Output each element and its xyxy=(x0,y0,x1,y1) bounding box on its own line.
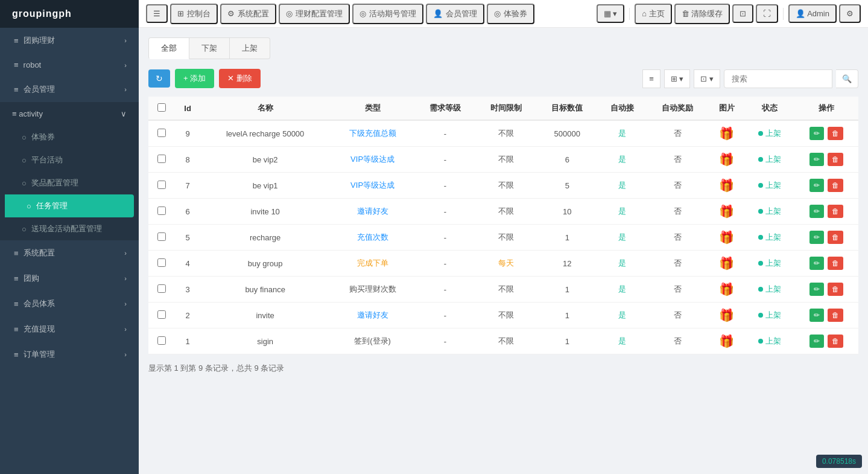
cell-type[interactable]: 邀请好友 xyxy=(331,303,415,328)
tab-online[interactable]: 上架 xyxy=(230,37,270,59)
row-delete-button[interactable]: 🗑 xyxy=(828,283,843,296)
sidebar-sub-pingtai-huodong[interactable]: ○ 平台活动 xyxy=(0,149,139,171)
row-checkbox[interactable] xyxy=(157,155,166,163)
row-checkbox[interactable] xyxy=(157,129,166,137)
nav-home-button[interactable]: ⌂ 主页 xyxy=(635,4,671,24)
sidebar-item-huiyuan[interactable]: ≡ 会员管理 › xyxy=(0,77,139,102)
nav-licai-peizhi[interactable]: ◎ 理财配置管理 xyxy=(279,4,350,24)
view-list-button[interactable]: ≡ xyxy=(642,69,661,88)
sidebar-item-tuangou-licai[interactable]: ≡ 团购理财 › xyxy=(0,28,139,53)
cell-type[interactable]: 签到(登录) xyxy=(331,328,415,354)
nav-more-button[interactable]: ▦ ▾ xyxy=(597,4,625,23)
nav-admin-button[interactable]: 👤 Admin xyxy=(788,4,837,23)
nav-clear-cache-button[interactable]: 🗑 清除缓存 xyxy=(674,4,730,24)
nav-tiyan-quan[interactable]: ◎ 体验券 xyxy=(487,4,534,24)
toolbar: ↻ + 添加 ✕ 删除 ≡ ⊞ ▾ ⊡ ▾ 🔍 xyxy=(148,69,858,88)
nav-kongzhitai[interactable]: ⊞ 控制台 xyxy=(170,4,218,24)
sidebar-section-activity: ≡ activity ∨ ○ 体验券 ○ 平台活动 ○ 奖品配置管理 ○ 任务管… xyxy=(0,102,139,240)
nav-icon1-button[interactable]: ⊡ xyxy=(732,4,753,23)
row-delete-button[interactable]: 🗑 xyxy=(828,309,843,322)
edit-button[interactable]: ✏ xyxy=(809,205,824,218)
row-checkbox[interactable] xyxy=(157,232,166,241)
cell-checkbox[interactable] xyxy=(148,199,176,225)
edit-button[interactable]: ✏ xyxy=(809,179,824,192)
cell-type[interactable]: 邀请好友 xyxy=(331,199,415,225)
row-checkbox[interactable] xyxy=(157,336,166,345)
sidebar-item-activity[interactable]: ≡ activity ∨ xyxy=(0,102,139,126)
search-button[interactable]: 🔍 xyxy=(836,69,858,88)
cell-actions: ✏ 🗑 xyxy=(794,120,858,147)
edit-button[interactable]: ✏ xyxy=(809,231,824,244)
edit-button[interactable]: ✏ xyxy=(809,127,824,140)
filter-button[interactable]: ⊡ ▾ xyxy=(694,69,720,88)
table-row: 4 buy group 完成下单 - 每天 12 是 否 🎁 上架 ✏ 🗑 xyxy=(148,251,858,277)
cell-id: 2 xyxy=(176,303,200,328)
row-delete-button[interactable]: 🗑 xyxy=(828,231,843,244)
sidebar-item-tuangou[interactable]: ≡ 团购 › xyxy=(0,266,139,291)
cell-checkbox[interactable] xyxy=(148,251,176,277)
search-input[interactable] xyxy=(724,69,832,88)
row-delete-button[interactable]: 🗑 xyxy=(828,179,843,192)
row-delete-button[interactable]: 🗑 xyxy=(828,153,843,166)
cell-checkbox[interactable] xyxy=(148,328,176,354)
cell-actions: ✏ 🗑 xyxy=(794,277,858,303)
menu-toggle-button[interactable]: ☰ xyxy=(146,4,168,23)
sidebar-sub-jiangpin-peizhi[interactable]: ○ 奖品配置管理 xyxy=(0,171,139,194)
sidebar-sub-tiyan-quan[interactable]: ○ 体验券 xyxy=(0,126,139,149)
row-checkbox[interactable] xyxy=(157,181,166,189)
cell-type[interactable]: 充值次数 xyxy=(331,225,415,251)
sidebar-item-dingdan-guanli[interactable]: ≡ 订单管理 › xyxy=(0,342,139,367)
cell-type[interactable]: VIP等级达成 xyxy=(331,147,415,173)
nav-huiyuan[interactable]: 👤 会员管理 xyxy=(426,4,484,24)
cell-type[interactable]: VIP等级达成 xyxy=(331,173,415,199)
sidebar-item-robot[interactable]: ≡ robot › xyxy=(0,53,139,77)
row-checkbox[interactable] xyxy=(157,284,166,293)
select-all-checkbox[interactable] xyxy=(157,103,166,112)
row-delete-button[interactable]: 🗑 xyxy=(828,335,843,348)
cell-checkbox[interactable] xyxy=(148,225,176,251)
row-delete-button[interactable]: 🗑 xyxy=(828,257,843,270)
tab-all[interactable]: 全部 xyxy=(148,37,189,59)
cell-type[interactable]: 完成下单 xyxy=(331,251,415,277)
tab-offline[interactable]: 下架 xyxy=(189,37,230,59)
row-delete-button[interactable]: 🗑 xyxy=(828,127,843,140)
nav-fullscreen-button[interactable]: ⛶ xyxy=(756,4,778,23)
cell-name: recharge xyxy=(200,225,331,251)
cell-checkbox[interactable] xyxy=(148,173,176,199)
chevron-icon: › xyxy=(124,62,127,69)
sidebar-sub-renwu-guanli[interactable]: ○ 任务管理 xyxy=(5,194,134,217)
cell-auto-reward: 否 xyxy=(647,173,708,199)
cell-type[interactable]: 购买理财次数 xyxy=(331,277,415,303)
add-button[interactable]: + 添加 xyxy=(175,69,214,88)
nav-settings-button[interactable]: ⚙ xyxy=(839,4,861,23)
row-checkbox[interactable] xyxy=(157,258,166,267)
row-checkbox[interactable] xyxy=(157,207,166,215)
cell-checkbox[interactable] xyxy=(148,277,176,303)
nav-label: 系统配置 xyxy=(238,8,269,19)
delete-button[interactable]: ✕ 删除 xyxy=(219,69,261,88)
sidebar-item-xitong-peizhi[interactable]: ≡ 系统配置 › xyxy=(0,240,139,266)
cell-checkbox[interactable] xyxy=(148,120,176,147)
cell-name: be vip2 xyxy=(200,147,331,173)
content-area: 全部 下架 上架 ↻ + 添加 ✕ 删除 ≡ ⊞ ▾ ⊡ ▾ 🔍 Id xyxy=(139,28,868,474)
cell-checkbox[interactable] xyxy=(148,147,176,173)
sidebar-item-huiyuan-tixi[interactable]: ≡ 会员体系 › xyxy=(0,291,139,316)
edit-button[interactable]: ✏ xyxy=(809,257,824,270)
cell-type[interactable]: 下级充值总额 xyxy=(331,120,415,147)
sidebar-sub-songjin[interactable]: ○ 送现金活动配置管理 xyxy=(0,217,139,240)
nav-xitong-peizhi[interactable]: ⚙ 系统配置 xyxy=(220,4,276,24)
edit-button[interactable]: ✏ xyxy=(809,153,824,166)
row-checkbox[interactable] xyxy=(157,310,166,319)
cell-auto-accept: 是 xyxy=(598,303,647,328)
row-delete-button[interactable]: 🗑 xyxy=(828,205,843,218)
edit-button[interactable]: ✏ xyxy=(809,283,824,296)
cell-checkbox[interactable] xyxy=(148,303,176,328)
sidebar-item-chongzhi-tixian[interactable]: ≡ 充值提现 › xyxy=(0,316,139,342)
nav-huodong-qihao[interactable]: ◎ 活动期号管理 xyxy=(352,4,423,24)
dashboard-icon: ⊞ xyxy=(177,9,184,18)
edit-button[interactable]: ✏ xyxy=(809,309,824,322)
refresh-button[interactable]: ↻ xyxy=(148,69,170,88)
view-grid-button[interactable]: ⊞ ▾ xyxy=(664,69,691,88)
edit-button[interactable]: ✏ xyxy=(809,335,824,348)
cell-name: buy finance xyxy=(200,277,331,303)
